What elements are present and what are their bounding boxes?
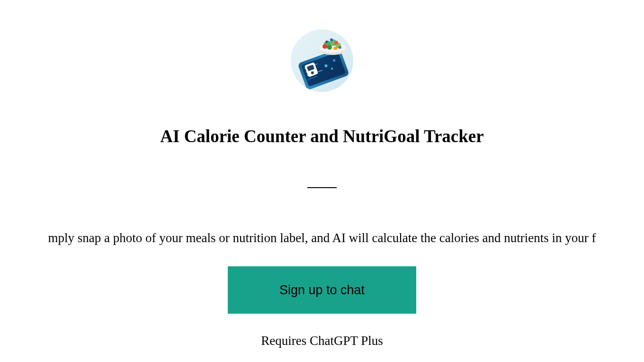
description-text: mply snap a photo of your meals or nutri… [48, 231, 596, 245]
svg-point-22 [326, 41, 328, 43]
svg-point-19 [334, 41, 338, 45]
app-icon [291, 29, 353, 92]
svg-point-17 [327, 45, 332, 50]
svg-point-23 [333, 47, 337, 50]
svg-point-21 [339, 46, 341, 49]
divider [307, 187, 337, 188]
requires-text: Requires ChatGPT Plus [261, 334, 383, 348]
svg-point-20 [330, 38, 333, 41]
svg-point-18 [322, 44, 327, 49]
sign-up-button[interactable]: Sign up to chat [228, 266, 416, 314]
nutrition-app-icon [291, 29, 353, 92]
page-title: AI Calorie Counter and NutriGoal Tracker [160, 126, 483, 146]
